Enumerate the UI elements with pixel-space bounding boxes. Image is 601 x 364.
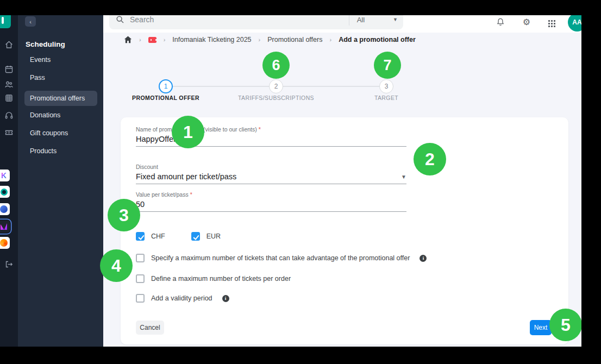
sidebar: ‹ Scheduling Events Pass Promotional off… — [18, 15, 103, 347]
search-scope-select[interactable]: All — [357, 16, 365, 24]
search-input[interactable] — [130, 15, 345, 24]
purple-active-app-icon[interactable] — [0, 221, 10, 233]
required-asterisk: * — [190, 191, 192, 198]
step-1-label: PROMOTIONAL OFFER — [106, 95, 226, 101]
apps-grid-icon[interactable] — [547, 18, 556, 28]
headset-icon[interactable] — [0, 110, 18, 121]
step-3-circle[interactable]: 3 — [379, 79, 393, 93]
teal-circle-app-icon[interactable] — [0, 186, 10, 198]
discount-label: Discount — [136, 164, 158, 170]
logo-glyph — [2, 17, 4, 24]
chevron-right-icon: › — [139, 36, 141, 43]
step-2-circle[interactable]: 2 — [269, 79, 283, 93]
max-per-order-label: Define a maximum number of tickets per o… — [151, 275, 291, 283]
app-window: K ‹ Scheduling Events Pass Promotional o… — [0, 15, 581, 347]
promotional-offer-form-card: Name of promotional offer (visible to ou… — [121, 117, 568, 344]
eur-checkbox[interactable] — [191, 232, 200, 241]
cancel-button[interactable]: Cancel — [136, 321, 164, 335]
max-tickets-checkbox[interactable] — [136, 254, 145, 262]
annotation-2: 2 — [414, 143, 446, 175]
validity-period-label: Add a validity period — [151, 294, 212, 302]
annotation-4: 4 — [100, 249, 133, 282]
app-rail: K — [0, 15, 18, 347]
search-filter-divider — [349, 15, 349, 26]
annotation-7: 7 — [374, 52, 401, 79]
orange-circle-app-icon[interactable] — [0, 237, 10, 249]
people-icon[interactable] — [0, 79, 18, 90]
sidebar-section-title: Scheduling — [26, 40, 65, 48]
breadcrumb: › › Infomaniak Ticketing 2025 › Promotio… — [124, 35, 416, 45]
chevron-right-icon: › — [329, 36, 331, 43]
chf-checkbox[interactable] — [136, 232, 145, 241]
chevron-right-icon: › — [164, 36, 166, 43]
sidebar-item-gift-coupons[interactable]: Gift coupons — [24, 125, 97, 141]
calendar-icon[interactable] — [0, 64, 18, 74]
annotation-3: 3 — [108, 199, 140, 231]
eur-label: EUR — [206, 233, 221, 240]
discount-select[interactable]: Fixed amount per ticket/pass — [136, 172, 406, 184]
infomaniak-logo[interactable] — [0, 15, 11, 28]
max-per-order-option-row: Define a maximum number of tickets per o… — [136, 274, 291, 283]
home-icon[interactable] — [0, 39, 18, 50]
sidebar-item-events[interactable]: Events — [24, 52, 97, 67]
breadcrumb-link-promotional-offers[interactable]: Promotional offers — [267, 36, 322, 43]
stepper-connector — [282, 86, 380, 87]
bell-icon[interactable] — [496, 17, 505, 27]
ticket-icon[interactable] — [0, 127, 18, 137]
ksuite-k-app-icon[interactable]: K — [0, 170, 10, 181]
next-button[interactable]: Next — [530, 320, 552, 335]
value-input[interactable]: 50 — [136, 200, 406, 212]
blue-sphere-app-icon[interactable] — [0, 203, 10, 215]
value-label: Value per ticket/pass — [136, 191, 189, 198]
breadcrumb-link-event[interactable]: Infomaniak Ticketing 2025 — [172, 36, 251, 43]
logout-icon[interactable] — [0, 259, 18, 269]
annotation-5: 5 — [549, 309, 581, 341]
sidebar-item-promotional-offers[interactable]: Promotional offers — [24, 91, 97, 106]
chevron-right-icon: › — [259, 36, 261, 43]
search-bar[interactable]: All ▼ — [109, 15, 403, 29]
chevron-down-icon: ▼ — [393, 17, 398, 22]
currency-row: CHF EUR — [136, 232, 221, 241]
step-1-circle[interactable]: 1 — [159, 79, 173, 93]
validity-period-option-row: Add a validity period i — [136, 294, 229, 303]
value-field[interactable]: Value per ticket/pass * 50 — [136, 191, 406, 212]
annotation-6: 6 — [262, 52, 290, 79]
info-icon[interactable]: i — [222, 295, 229, 302]
sidebar-item-products[interactable]: Products — [24, 143, 97, 159]
annotation-1: 1 — [172, 116, 204, 148]
max-tickets-label: Specify a maximum number of tickets that… — [151, 254, 410, 262]
ticketing-breadcrumb-icon[interactable] — [148, 37, 156, 43]
collapse-sidebar-button[interactable]: ‹ — [25, 16, 36, 27]
search-icon — [116, 15, 124, 24]
step-2-label: TARIFFS/SUBSCRIPTIONS — [216, 95, 336, 101]
home-breadcrumb-icon[interactable] — [124, 36, 132, 43]
breadcrumb-current: Add a promotional offer — [339, 36, 416, 43]
seating-icon[interactable] — [0, 92, 18, 103]
validity-period-checkbox[interactable] — [136, 294, 145, 303]
gear-icon[interactable]: ⚙ — [522, 17, 531, 27]
max-tickets-option-row: Specify a maximum number of tickets that… — [136, 254, 427, 262]
select-caret-icon: ▼ — [401, 174, 406, 180]
step-3-label: TARGET — [327, 95, 446, 101]
stepper-connector — [172, 86, 270, 87]
sidebar-item-pass[interactable]: Pass — [24, 70, 97, 85]
max-per-order-checkbox[interactable] — [136, 274, 145, 283]
discount-field[interactable]: Discount Fixed amount per ticket/pass ▼ — [136, 164, 406, 184]
chf-label: CHF — [151, 233, 165, 240]
info-icon[interactable]: i — [420, 255, 427, 262]
required-asterisk: * — [259, 126, 261, 133]
sidebar-item-donations[interactable]: Donations — [24, 108, 97, 123]
